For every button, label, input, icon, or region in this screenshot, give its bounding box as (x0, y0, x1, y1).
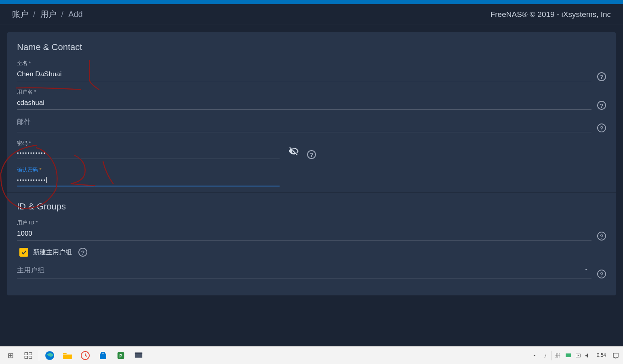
task-view-icon[interactable] (19, 347, 37, 364)
confirm-password-input[interactable]: ••••••••••• (17, 175, 280, 186)
network-icon[interactable] (573, 347, 583, 364)
section-title-name-contact: Name & Contact (17, 42, 606, 52)
svg-rect-13 (566, 353, 571, 357)
username-label: 用户名 (17, 88, 591, 96)
help-icon[interactable]: ? (78, 248, 87, 257)
app-icon[interactable] (76, 347, 94, 364)
svg-rect-0 (25, 352, 27, 355)
new-primary-group-label: 新建主用户组 (33, 248, 72, 257)
password-input[interactable] (17, 149, 280, 159)
tray-icon-2[interactable] (564, 347, 573, 364)
app-icon-3[interactable] (130, 347, 147, 364)
confirm-password-label: 确认密码 (17, 166, 280, 174)
notification-icon[interactable] (610, 347, 621, 364)
top-accent-bar (0, 0, 623, 4)
edge-icon[interactable] (41, 347, 59, 364)
volume-icon[interactable] (583, 347, 593, 364)
breadcrumb-item-account[interactable]: 账户 (12, 9, 28, 20)
svg-rect-3 (29, 356, 32, 358)
visibility-off-icon[interactable] (288, 146, 300, 158)
help-icon[interactable]: ? (307, 150, 316, 159)
brand-text: FreeNAS® © 2019 - iXsystems, Inc (490, 10, 611, 19)
breadcrumb-separator: / (61, 10, 64, 19)
userid-input[interactable] (17, 228, 591, 241)
help-icon[interactable]: ? (597, 123, 606, 132)
store-icon[interactable] (94, 347, 112, 364)
email-input[interactable] (17, 120, 591, 132)
ime-icon[interactable]: 拼 (552, 347, 564, 364)
app-icon-2[interactable]: P (112, 347, 130, 364)
help-icon[interactable]: ? (597, 232, 606, 241)
chevron-down-icon (583, 267, 589, 274)
password-label: 密码 (17, 140, 280, 147)
svg-rect-16 (613, 353, 618, 357)
breadcrumb-item-add: Add (68, 10, 83, 19)
svg-rect-7 (100, 354, 106, 359)
task-icon[interactable]: ⊞ (2, 347, 19, 364)
breadcrumb-bar: 账户 / 用户 / Add FreeNAS® © 2019 - iXsystem… (0, 4, 623, 25)
tray-arrow-icon[interactable] (528, 347, 541, 364)
svg-point-15 (577, 355, 579, 356)
file-explorer-icon[interactable] (59, 347, 76, 364)
primary-group-select[interactable]: 主用户组 (17, 266, 591, 278)
userid-label: 用户 ID (17, 219, 591, 226)
breadcrumb-separator: / (33, 10, 36, 19)
form-panel: Name & Contact 全名 ? 用户名 ? 邮件 ? (7, 32, 616, 295)
svg-rect-12 (135, 352, 142, 354)
svg-rect-2 (25, 356, 27, 358)
help-icon[interactable]: ? (597, 270, 606, 278)
help-icon[interactable]: ? (597, 72, 606, 81)
new-primary-group-checkbox[interactable] (19, 248, 28, 257)
fullname-input[interactable] (17, 69, 591, 81)
svg-text:P: P (119, 353, 122, 358)
taskbar-clock[interactable]: 0:54 (593, 352, 610, 358)
section-divider (7, 192, 616, 192)
fullname-label: 全名 (17, 60, 591, 67)
breadcrumb-item-users[interactable]: 用户 (40, 9, 57, 20)
content-area: Name & Contact 全名 ? 用户名 ? 邮件 ? (0, 25, 623, 336)
svg-rect-1 (29, 352, 32, 355)
tray-icon[interactable]: ♪ (541, 347, 550, 364)
svg-rect-8 (101, 352, 105, 354)
taskbar: ⊞ P ♪ 拼 0:54 (0, 346, 623, 364)
section-title-id-groups: ID & Groups (17, 201, 606, 212)
username-input[interactable] (17, 97, 591, 110)
primary-group-label: 主用户组 (17, 266, 44, 275)
svg-rect-5 (63, 354, 72, 355)
help-icon[interactable]: ? (597, 101, 606, 110)
breadcrumb: 账户 / 用户 / Add (12, 9, 83, 20)
